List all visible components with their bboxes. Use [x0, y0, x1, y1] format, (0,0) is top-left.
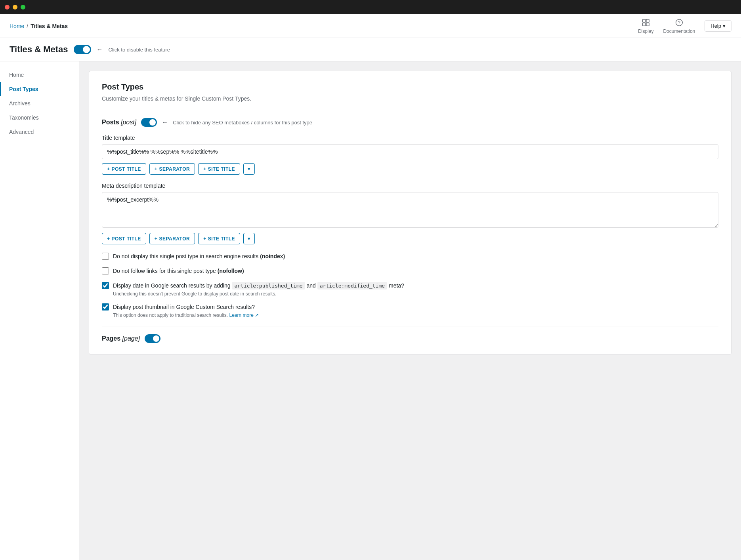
divider-1	[102, 110, 718, 110]
documentation-button[interactable]: ? Documentation	[663, 18, 695, 34]
breadcrumb-home[interactable]: Home	[10, 23, 24, 29]
sidebar-item-post-types[interactable]: Post Types	[0, 82, 79, 96]
display-button[interactable]: Display	[638, 18, 653, 34]
checkbox-noindex-input[interactable]	[102, 253, 109, 260]
svg-rect-3	[646, 23, 649, 25]
post-type-label-pages: Pages [page]	[102, 335, 140, 342]
svg-rect-2	[643, 23, 646, 25]
checkbox-date-input[interactable]	[102, 282, 109, 289]
checkbox-nofollow-input[interactable]	[102, 267, 109, 274]
window-dot-green[interactable]	[21, 5, 25, 10]
checkbox-thumbnail-label: Display post thumbnail in Google Custom …	[113, 304, 255, 310]
checkbox-nofollow: Do not follow links for this single post…	[102, 267, 718, 275]
pages-toggle[interactable]	[145, 334, 160, 343]
tag-btn-more-2[interactable]: ▾	[243, 233, 255, 244]
learn-more-link[interactable]: Learn more ↗	[229, 312, 259, 318]
tag-btn-site-title-2[interactable]: + SITE TITLE	[198, 233, 240, 244]
divider-pages	[102, 326, 718, 326]
main-content: Post Types Customize your titles & metas…	[79, 61, 741, 560]
tag-btn-post-title-2[interactable]: + POST TITLE	[102, 233, 146, 244]
checkbox-date-sub: Unchecking this doesn't prevent Google t…	[113, 291, 404, 297]
title-bar	[0, 0, 741, 14]
tag-btn-separator-1[interactable]: + SEPARATOR	[149, 163, 195, 175]
breadcrumb-current: Titles & Metas	[31, 23, 68, 29]
page-header: Titles & Metas ← Click to disable this f…	[0, 38, 741, 61]
feature-toggle[interactable]	[74, 45, 91, 54]
title-template-input[interactable]	[102, 144, 718, 159]
checkbox-date: Display date in Google search results by…	[102, 282, 718, 297]
feature-toggle-hint: Click to disable this feature	[109, 47, 170, 53]
tag-btn-separator-2[interactable]: + SEPARATOR	[149, 233, 195, 244]
post-type-label-posts: Posts [post]	[102, 119, 136, 126]
checkbox-noindex-label: Do not display this single post type in …	[113, 252, 285, 261]
posts-toggle[interactable]	[141, 118, 157, 127]
tag-btn-post-title-1[interactable]: + POST TITLE	[102, 163, 146, 175]
top-nav-actions: Display ? Documentation Help ▾	[638, 18, 731, 34]
tag-btn-more-1[interactable]: ▾	[243, 163, 255, 175]
checkbox-thumbnail-input[interactable]	[102, 303, 109, 310]
sidebar-item-advanced[interactable]: Advanced	[0, 125, 79, 139]
checkbox-thumbnail: Display post thumbnail in Google Custom …	[102, 303, 718, 318]
content-card: Post Types Customize your titles & metas…	[89, 71, 731, 354]
section-title: Post Types	[102, 82, 718, 91]
svg-text:?: ?	[678, 20, 680, 25]
checkbox-thumbnail-content: Display post thumbnail in Google Custom …	[113, 303, 259, 318]
post-type-header-posts: Posts [post] ← Click to hide any SEO met…	[102, 118, 718, 127]
meta-desc-textarea[interactable]: %%post_excerpt%%	[102, 192, 718, 228]
title-template-label: Title template	[102, 135, 718, 141]
top-nav: Home / Titles & Metas Display ? Document…	[0, 14, 741, 38]
svg-rect-0	[643, 19, 646, 22]
meta-desc-label: Meta description template	[102, 183, 718, 189]
checkbox-thumbnail-sub: This option does not apply to traditiona…	[113, 312, 259, 318]
window-dot-yellow[interactable]	[13, 5, 17, 10]
sidebar-item-taxonomies[interactable]: Taxonomies	[0, 110, 79, 125]
sidebar-item-archives[interactable]: Archives	[0, 96, 79, 110]
checkbox-date-label: Display date in Google search results by…	[113, 282, 404, 289]
posts-arrow-icon: ←	[162, 119, 168, 126]
breadcrumb: Home / Titles & Metas	[10, 23, 68, 29]
sidebar-item-home[interactable]: Home	[0, 68, 79, 82]
post-type-header-pages: Pages [page]	[102, 334, 718, 343]
page-title: Titles & Metas	[10, 44, 68, 55]
help-button[interactable]: Help ▾	[705, 20, 731, 32]
breadcrumb-separator: /	[27, 23, 28, 29]
meta-tag-buttons: + POST TITLE + SEPARATOR + SITE TITLE ▾	[102, 233, 718, 244]
section-desc: Customize your titles & metas for Single…	[102, 95, 718, 102]
window-dot-red[interactable]	[5, 5, 10, 10]
checkbox-noindex: Do not display this single post type in …	[102, 252, 718, 261]
checkbox-date-content: Display date in Google search results by…	[113, 282, 404, 297]
tag-btn-site-title-1[interactable]: + SITE TITLE	[198, 163, 240, 175]
checkbox-nofollow-label: Do not follow links for this single post…	[113, 267, 244, 275]
svg-rect-1	[646, 19, 649, 22]
arrow-icon: ←	[97, 46, 103, 53]
posts-toggle-hint: Click to hide any SEO metaboxes / column…	[173, 120, 312, 126]
title-tag-buttons: + POST TITLE + SEPARATOR + SITE TITLE ▾	[102, 163, 718, 175]
sidebar: Home Post Types Archives Taxonomies Adva…	[0, 61, 79, 560]
layout: Home Post Types Archives Taxonomies Adva…	[0, 61, 741, 560]
